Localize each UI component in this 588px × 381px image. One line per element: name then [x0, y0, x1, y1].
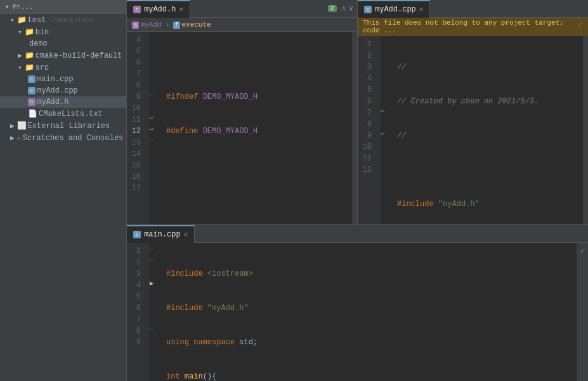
tree-item-scratches[interactable]: ▶ ✏ Scratches and Consoles [0, 132, 126, 144]
tree-item-myadd-cpp[interactable]: c myAdd.cpp [0, 85, 126, 96]
breadcrumb-class: SmyAdd [132, 21, 161, 29]
code-area-main-cpp[interactable]: 1 2 3 4 5 6 7 8 9 ⌐ ⌐ ▶ ⌐ [127, 243, 588, 381]
tree-item-test[interactable]: ▾ 📁 test ~/work/test [0, 14, 126, 26]
folder-icon: 📁 [17, 15, 27, 25]
tree-item-myadd-h[interactable]: h myAdd.h [0, 96, 126, 108]
tab-myadd-h[interactable]: h myAdd.h ✕ [127, 0, 190, 18]
tree-item-cmake-build[interactable]: ▶ 📁 cmake-build-default [0, 49, 126, 61]
code-area-myadd-h[interactable]: 4 5 6 7 8 9 10 11 12 13 14 15 16 17 [127, 32, 357, 224]
sidebar-title: Pr... [13, 3, 34, 11]
tree-item-external-libs[interactable]: ▶ ⬜ External Libraries [0, 120, 126, 132]
tree-label: myAdd.h [37, 98, 69, 107]
code-content-main-cpp: #include <iostream> #include "myAdd.h" u… [161, 243, 577, 381]
folder-icon: 📁 [25, 63, 34, 72]
expand-icon: ▶ [10, 122, 15, 130]
editor-pane-myadd-cpp: c myAdd.cpp ✕ This file does not belong … [358, 0, 588, 224]
external-libs-icon: ⬜ [17, 121, 27, 131]
expand-icon: ▶ [10, 134, 15, 142]
expand-icon: ▾ [18, 28, 22, 36]
code-content-myadd-h: #ifndef DEMO_MYADD_H #define DEMO_MYADD_… [161, 32, 352, 224]
cpp-file-icon: c [28, 75, 36, 83]
tab-close-button[interactable]: ✕ [179, 5, 183, 13]
tree-item-bin[interactable]: ▾ 📁 bin [0, 26, 126, 38]
tab-bar-bottom: c main.cpp ✕ [127, 225, 588, 243]
sidebar: ▾ Pr... ▾ 📁 test ~/work/test ▾ 📁 bin dem… [0, 0, 127, 381]
breadcrumb-fn: fexecute [173, 21, 211, 29]
expand-icon: ▾ [10, 16, 15, 24]
check-icon: ✓ [578, 19, 583, 30]
tree-path: ~/work/test [48, 16, 95, 24]
scrollbar-left[interactable] [352, 32, 357, 224]
tree-label: src [36, 63, 49, 72]
tree-label: cmake-build-default [36, 51, 122, 60]
tab-header-icon: h [133, 6, 141, 13]
tab-label: main.cpp [144, 230, 181, 239]
expand-icon: ▾ [18, 63, 22, 72]
tab-close-button[interactable]: ✕ [419, 5, 424, 13]
cmake-icon: 📄 [28, 109, 37, 119]
editor-pane-main-cpp: c main.cpp ✕ 1 2 3 4 5 6 7 8 9 ⌐ ⌐ [127, 225, 588, 381]
tab-label: myAdd.h [144, 5, 176, 14]
tree-item-demo[interactable]: demo [0, 38, 126, 49]
tab-main-cpp[interactable]: c main.cpp ✕ [127, 225, 195, 243]
breadcrumb-sep: › [165, 21, 169, 29]
folder-cmake-icon: 📁 [25, 51, 34, 60]
main-area: h myAdd.h ✕ 2 ∧ ∨ SmyAdd › fexecute [127, 0, 588, 381]
cpp-file-icon: c [28, 87, 36, 94]
expand-icon: ▶ [18, 51, 22, 60]
tree-label: demo [29, 39, 48, 48]
code-content-myadd-cpp: // // Created by chen on 2021/5/3. // #i… [392, 36, 583, 224]
tree-label: Scratches and Consoles [23, 134, 123, 143]
scratches-icon: ✏ [17, 133, 22, 143]
error-counter: 2 [328, 5, 337, 12]
tree-label: CMakeLists.txt [39, 110, 103, 119]
tree-item-main-cpp[interactable]: c main.cpp [0, 74, 126, 85]
tab-bar-right: c myAdd.cpp ✕ [358, 0, 588, 18]
project-icon: ▾ [5, 3, 10, 11]
tab-bar-left: h myAdd.h ✕ 2 ∧ ∨ [127, 0, 357, 18]
counter-down-arrow[interactable]: ∨ [349, 4, 353, 13]
tree-label: myAdd.cpp [37, 86, 78, 95]
tab-cpp-icon: c [364, 6, 372, 13]
header-file-icon: h [28, 98, 36, 106]
tab-close-button[interactable]: ✕ [184, 230, 188, 238]
tree-item-cmakelists[interactable]: 📄 CMakeLists.txt [0, 108, 126, 120]
tree-label: test [28, 16, 46, 25]
tab-main-icon: c [133, 231, 141, 238]
tab-label: myAdd.cpp [375, 5, 416, 14]
sidebar-header: ▾ Pr... [0, 0, 126, 14]
top-editors: h myAdd.h ✕ 2 ∧ ∨ SmyAdd › fexecute [127, 0, 588, 225]
code-area-myadd-cpp[interactable]: 1 2 3 4 5 6 7 8 9 10 11 12 [358, 36, 588, 224]
tree-item-src[interactable]: ▾ 📁 src [0, 61, 126, 74]
tree-label: main.cpp [37, 75, 74, 84]
folder-icon: 📁 [25, 27, 34, 37]
editor-pane-myadd-h: h myAdd.h ✕ 2 ∧ ∨ SmyAdd › fexecute [127, 0, 358, 224]
counter-up-arrow[interactable]: ∧ [342, 4, 346, 13]
warning-text: This file does not belong to any project… [363, 19, 583, 34]
breadcrumb-bar-left: SmyAdd › fexecute [127, 18, 357, 32]
warning-bar: This file does not belong to any project… [358, 18, 588, 36]
scrollbar-right[interactable] [583, 36, 588, 224]
tree-label: External Libraries [28, 122, 110, 131]
tab-myadd-cpp[interactable]: c myAdd.cpp ✕ [358, 0, 430, 18]
check-icon-bottom: ✓ [580, 245, 585, 256]
tree-label: bin [36, 28, 49, 37]
